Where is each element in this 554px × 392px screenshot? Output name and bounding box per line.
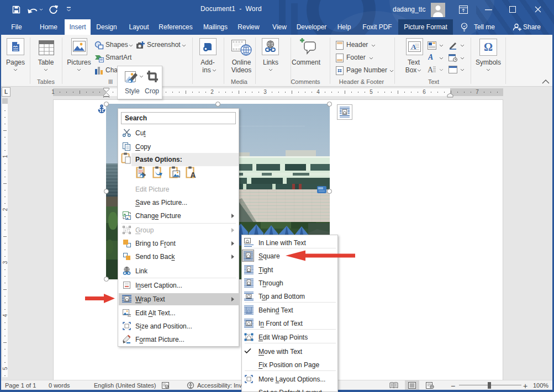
svg-text:Ω: Ω [484,41,493,53]
svg-text:A: A [428,66,434,73]
svg-text:A: A [191,171,196,179]
svg-text:A: A [428,53,433,61]
